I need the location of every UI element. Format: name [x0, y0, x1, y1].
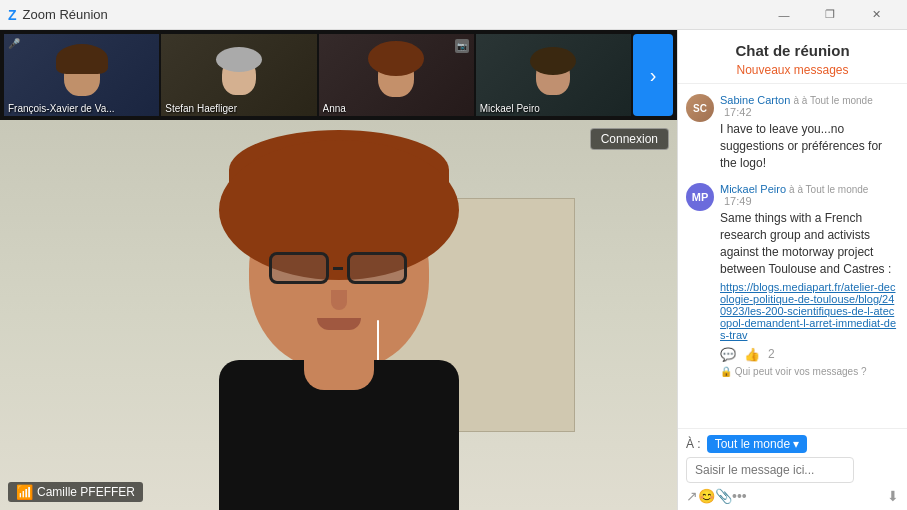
chat-reactions-2: 💬 👍 2 — [720, 347, 899, 362]
chat-send-row: ↗ 😊 📎 ••• ⬇ — [686, 488, 899, 504]
msg-header-1: Sabine Carton à à Tout le monde 17:42 — [720, 94, 899, 118]
chat-message-2: MP Mickael Peiro à à Tout le monde 17:49… — [686, 183, 899, 376]
avatar-mickael: MP — [686, 183, 714, 211]
msg-body-1: I have to leave you...no suggestions or … — [720, 121, 899, 171]
zoom-logo: Z — [8, 7, 17, 23]
msg-target-1: à Tout le monde — [802, 95, 873, 106]
like-count: 2 — [768, 347, 775, 361]
scroll-down-icon[interactable]: ⬇ — [887, 488, 899, 504]
msg-sender-1: Sabine Carton — [720, 94, 790, 106]
chat-panel: Chat de réunion Nouveaux messages SC Sab… — [677, 30, 907, 510]
thumbnails-row: 🎤 François-Xavier de Va... Stefan Haefli… — [0, 30, 677, 120]
thumbnails-next-button[interactable]: › — [633, 34, 673, 116]
send-icon[interactable]: ↗ — [686, 488, 698, 504]
attach-icon[interactable]: 📎 — [715, 488, 732, 504]
msg-time-2: 17:49 — [724, 195, 752, 207]
close-button[interactable]: ✕ — [853, 0, 899, 30]
app-title: Z Zoom Réunion — [8, 7, 108, 23]
chat-title: Chat de réunion — [686, 42, 899, 59]
main-speaker-figure — [219, 120, 459, 510]
main-video: Connexion 📶 Camille PFEFFER — [0, 120, 677, 510]
avatar-sabine: SC — [686, 94, 714, 122]
thumb-label-4: Mickael Peiro — [480, 103, 540, 114]
msg-sender-2: Mickael Peiro — [720, 183, 786, 195]
thumbnail-2[interactable]: Stefan Haefliger — [161, 34, 316, 116]
chat-message-1: SC Sabine Carton à à Tout le monde 17:42… — [686, 94, 899, 171]
msg-header-2: Mickael Peiro à à Tout le monde 17:49 — [720, 183, 899, 207]
chat-footer: À : Tout le monde ▾ ↗ 😊 📎 ••• ⬇ — [678, 428, 907, 510]
main-layout: 🎤 François-Xavier de Va... Stefan Haefli… — [0, 30, 907, 510]
msg-body-2: Same things with a French research group… — [720, 210, 899, 277]
thumbnail-1[interactable]: 🎤 François-Xavier de Va... — [4, 34, 159, 116]
msg-time-1: 17:42 — [724, 106, 752, 118]
to-everyone-button[interactable]: Tout le monde ▾ — [707, 435, 807, 453]
maximize-button[interactable]: ❐ — [807, 0, 853, 30]
thumb-label-1: François-Xavier de Va... — [8, 103, 115, 114]
speaker-name-tag: 📶 Camille PFEFFER — [8, 482, 143, 502]
signal-icon: 📶 — [16, 484, 33, 500]
video-area: 🎤 François-Xavier de Va... Stefan Haefli… — [0, 30, 677, 510]
mic-icon: 🎤 — [8, 38, 20, 49]
thumb-label-2: Stefan Haefliger — [165, 103, 237, 114]
titlebar: Z Zoom Réunion — ❐ ✕ — [0, 0, 907, 30]
to-row: À : Tout le monde ▾ — [686, 435, 899, 453]
emoji-icon[interactable]: 😊 — [698, 488, 715, 504]
new-messages-label: Nouveaux messages — [686, 63, 899, 77]
chat-messages: SC Sabine Carton à à Tout le monde 17:42… — [678, 84, 907, 428]
chevron-down-icon: ▾ — [793, 437, 799, 451]
msg-link-2[interactable]: https://blogs.mediapart.fr/atelier-decol… — [720, 281, 899, 341]
minimize-button[interactable]: — — [761, 0, 807, 30]
more-icon[interactable]: ••• — [732, 488, 747, 504]
thumb-label-3: Anna — [323, 103, 346, 114]
thumbnail-4[interactable]: Mickael Peiro — [476, 34, 631, 116]
comment-icon: 💬 — [720, 347, 736, 362]
thumbs-up-icon: 👍 — [744, 347, 760, 362]
thumbnail-3[interactable]: 📷 Anna — [319, 34, 474, 116]
window-controls: — ❐ ✕ — [761, 0, 899, 30]
chat-header: Chat de réunion Nouveaux messages — [678, 30, 907, 84]
connexion-button[interactable]: Connexion — [590, 128, 669, 150]
privacy-note: 🔒 Qui peut voir vos messages ? — [720, 366, 899, 377]
chat-input[interactable] — [686, 457, 854, 483]
